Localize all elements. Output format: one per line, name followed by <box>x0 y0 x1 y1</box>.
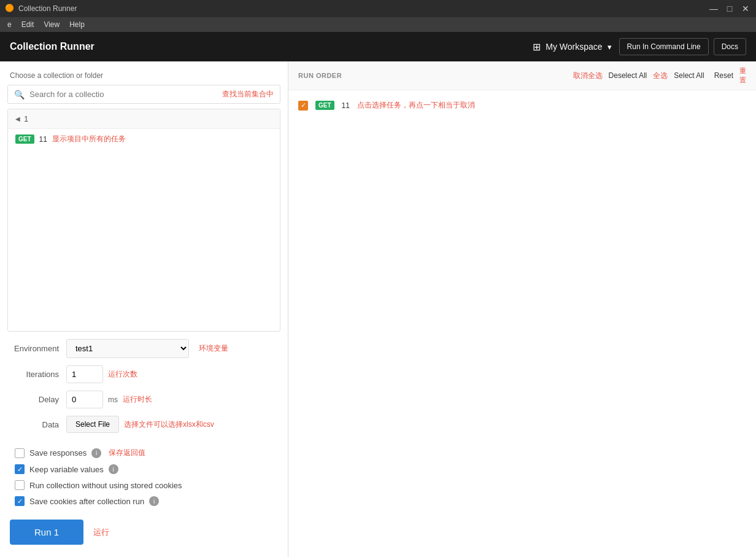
delay-hint: 运行时长 <box>123 394 152 405</box>
run-hint: 运行 <box>93 527 109 538</box>
item-label: 显示项目中所有的任务 <box>52 134 126 144</box>
run-order-label: RUN ORDER <box>298 72 566 79</box>
save-responses-checkbox[interactable] <box>15 448 25 458</box>
iterations-input[interactable] <box>66 365 103 383</box>
window-controls: — □ ✕ <box>708 3 751 14</box>
menu-edit[interactable]: Edit <box>17 19 39 30</box>
collection-list: ◀ 1 GET 11 显示项目中所有的任务 <box>7 109 280 332</box>
iterations-hint: 运行次数 <box>108 369 137 380</box>
main-layout: Choose a collection or folder 🔍 查找当前集合中 … <box>0 61 756 557</box>
delay-unit: ms <box>108 395 118 404</box>
save-cookies-label: Save cookies after collection run <box>29 497 144 506</box>
menu-bar: e Edit View Help <box>0 17 756 32</box>
settings-section: Environment test1 环境变量 Iterations 运行次数 <box>0 332 288 448</box>
workspace-name: My Workspace <box>546 42 602 52</box>
menu-help[interactable]: Help <box>64 19 90 30</box>
delay-row: Delay ms 运行时长 <box>10 391 278 408</box>
item-num: 11 <box>39 135 47 144</box>
search-input[interactable] <box>29 90 217 99</box>
select-all-button[interactable]: Select All <box>670 70 708 81</box>
run-item-hint: 点击选择任务，再点一下相当于取消 <box>357 100 475 111</box>
minimize-button[interactable]: — <box>708 3 719 14</box>
environment-control: test1 环境变量 <box>66 339 278 358</box>
app-header: Collection Runner ⊞ My Workspace ▾ Run I… <box>0 32 756 61</box>
iterations-label: Iterations <box>10 370 59 379</box>
title-bar: 🟠 Collection Runner — □ ✕ <box>0 0 756 17</box>
search-icon: 🔍 <box>14 90 25 99</box>
iterations-row: Iterations 运行次数 <box>10 365 278 383</box>
header-actions-right: 取消全选 Deselect All 全选 Select All Reset 重 … <box>573 66 746 85</box>
select-file-hint: 选择文件可以选择xlsx和csv <box>124 419 214 430</box>
keep-variable-values-checkbox[interactable]: ✓ <box>15 464 25 474</box>
save-responses-label: Save responses <box>29 448 87 458</box>
run-button[interactable]: Run 1 <box>10 520 83 545</box>
environment-hint: 环境变量 <box>199 343 228 354</box>
run-without-cookies-checkbox[interactable] <box>15 480 25 490</box>
collection-header: ◀ 1 <box>8 109 280 129</box>
maximize-button[interactable]: □ <box>724 3 735 14</box>
environment-select[interactable]: test1 <box>66 339 189 358</box>
reset-hint: 重 置 <box>739 66 746 85</box>
select-file-button[interactable]: Select File <box>66 416 119 433</box>
app-header-title: Collection Runner <box>10 41 525 52</box>
get-badge: GET <box>15 134 34 144</box>
docs-button[interactable]: Docs <box>714 38 746 55</box>
run-in-command-line-button[interactable]: Run In Command Line <box>619 38 709 55</box>
right-panel: RUN ORDER 取消全选 Deselect All 全选 Select Al… <box>288 61 756 557</box>
run-section: Run 1 运行 <box>0 512 288 557</box>
deselect-all-button[interactable]: Deselect All <box>605 70 651 81</box>
checkboxes-section: Save responses i 保存返回值 ✓ Keep variable v… <box>0 448 288 512</box>
delay-input[interactable] <box>66 391 103 408</box>
search-box: 🔍 查找当前集合中 <box>7 85 280 104</box>
run-without-cookies-row: Run collection without using stored cook… <box>10 480 278 490</box>
close-button[interactable]: ✕ <box>740 3 751 14</box>
run-item-method: GET <box>315 101 334 110</box>
environment-label: Environment <box>10 344 59 353</box>
header-actions: Run In Command Line Docs <box>619 38 746 55</box>
data-row: Data Select File 选择文件可以选择xlsx和csv <box>10 416 278 433</box>
deselect-all-hint: 取消全选 <box>573 71 603 81</box>
save-responses-hint: 保存返回值 <box>109 448 145 458</box>
workspace-icon: ⊞ <box>533 41 541 53</box>
collection-chevron-icon: ◀ <box>15 115 20 122</box>
run-order-header: RUN ORDER 取消全选 Deselect All 全选 Select Al… <box>288 61 756 90</box>
save-responses-info-icon[interactable]: i <box>91 448 101 458</box>
collection-header-num: 1 <box>24 114 28 123</box>
iterations-control: 运行次数 <box>66 365 278 383</box>
data-control: Select File 选择文件可以选择xlsx和csv <box>66 416 278 433</box>
left-panel: Choose a collection or folder 🔍 查找当前集合中 … <box>0 61 288 557</box>
workspace-selector[interactable]: ⊞ My Workspace ▾ <box>525 39 619 55</box>
data-label: Data <box>10 420 59 429</box>
keep-variable-values-info-icon[interactable]: i <box>109 464 118 474</box>
run-order-list: ✓ GET 11 点击选择任务，再点一下相当于取消 <box>288 90 756 557</box>
menu-file[interactable]: e <box>2 19 17 30</box>
run-without-cookies-label: Run collection without using stored cook… <box>29 481 182 490</box>
delay-label: Delay <box>10 395 59 404</box>
environment-row: Environment test1 环境变量 <box>10 339 278 358</box>
save-cookies-checkbox[interactable]: ✓ <box>15 496 25 506</box>
run-order-item-checkbox[interactable]: ✓ <box>298 101 308 111</box>
collection-item[interactable]: GET 11 显示项目中所有的任务 <box>8 129 280 149</box>
workspace-chevron: ▾ <box>608 42 612 52</box>
save-responses-row: Save responses i 保存返回值 <box>10 448 278 458</box>
keep-variable-values-label: Keep variable values <box>29 465 104 474</box>
save-cookies-info-icon[interactable]: i <box>149 496 159 506</box>
title-bar-text: Collection Runner <box>18 4 708 13</box>
keep-variable-values-row: ✓ Keep variable values i <box>10 464 278 474</box>
select-all-hint: 全选 <box>653 71 668 81</box>
menu-view[interactable]: View <box>39 19 64 30</box>
delay-control: ms 运行时长 <box>66 391 278 408</box>
app-icon: 🟠 <box>5 4 15 14</box>
run-item-num: 11 <box>342 101 350 110</box>
search-hint: 查找当前集合中 <box>222 89 274 99</box>
choose-label: Choose a collection or folder <box>0 61 288 85</box>
run-order-item[interactable]: ✓ GET 11 点击选择任务，再点一下相当于取消 <box>288 95 756 115</box>
save-cookies-row: ✓ Save cookies after collection run i <box>10 496 278 506</box>
reset-button[interactable]: Reset <box>711 70 737 81</box>
